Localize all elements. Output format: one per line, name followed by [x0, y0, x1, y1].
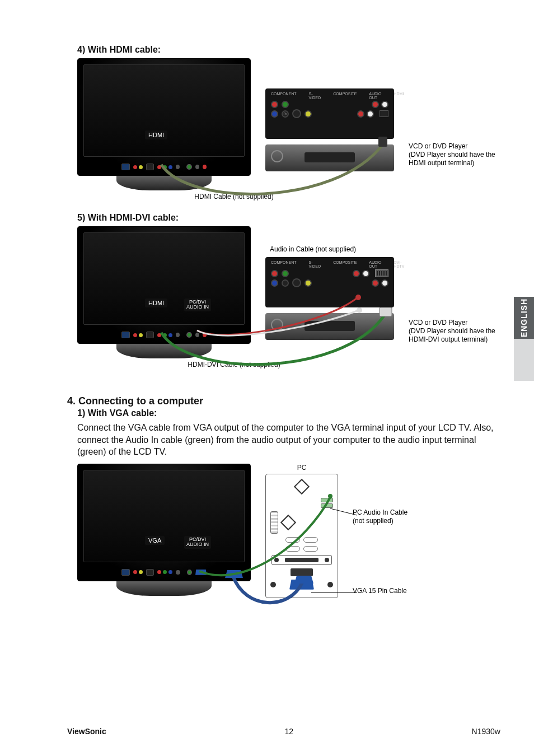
tv-port-hdmi: HDMI: [145, 130, 167, 139]
pc-illustration: PC: [265, 464, 338, 598]
rear-label: DVI-HDTV: [394, 260, 404, 268]
rear-label: AUDIO OUT: [369, 260, 381, 268]
pc-audio-note: PC Audio In Cable (not supplied): [353, 508, 448, 525]
player-illustration: Audio in Cable (not supplied) COMPONENT …: [265, 226, 394, 340]
footer-page: 12: [284, 727, 293, 736]
vga-cable-note: VGA 15 Pin Cable: [353, 587, 448, 595]
rear-label: AUDIO OUT: [369, 92, 381, 100]
hdmi-caption: HDMI Cable (not supplied): [77, 193, 391, 200]
section-hdmi-dvi-title: 5) With HDMI-DVI cable:: [77, 213, 500, 223]
footer-brand: ViewSonic: [67, 727, 106, 736]
language-tab: ENGLISH: [514, 297, 534, 381]
rear-label: COMPOSITE: [333, 92, 357, 100]
tv-illustration: HDMI: [77, 58, 251, 190]
tv-port-audio: PC/DVI AUDIO IN: [184, 298, 211, 311]
hdmi-dvi-caption: HDMI-DVI Cable (not supplied): [77, 361, 391, 368]
tv-illustration: HDMI PC/DVI AUDIO IN: [77, 226, 251, 358]
rear-label: S-VIDEO: [309, 92, 321, 100]
section-vga-title: 1) With VGA cable:: [77, 408, 500, 418]
rear-label: COMPONENT: [271, 92, 297, 100]
tv-port-vga: VGA: [145, 536, 165, 545]
hdmi-dvi-note: VCD or DVD Player (DVD Player should hav…: [409, 319, 500, 344]
tv-port-hdmi: HDMI: [145, 298, 167, 307]
rear-label: HDMI: [394, 92, 404, 100]
footer-model: N1930w: [472, 727, 500, 736]
heading-connecting-computer: 4. Connecting to a computer: [67, 395, 500, 407]
pc-label: PC: [265, 464, 338, 472]
section-hdmi-title: 4) With HDMI cable:: [77, 45, 500, 55]
page-footer: ViewSonic 12 N1930w: [67, 727, 500, 736]
tv-port-audio: PC/DVI AUDIO IN: [184, 536, 211, 549]
rear-label: S-VIDEO: [309, 260, 321, 268]
rear-label: COMPONENT: [271, 260, 297, 268]
hdmi-note: VCD or DVD Player (DVD Player should hav…: [409, 142, 500, 167]
rear-label: COMPOSITE: [333, 260, 357, 268]
vga-body-text: Connect the VGA cable from VGA output of…: [77, 422, 495, 458]
tv-illustration: VGA PC/DVI AUDIO IN: [77, 464, 251, 596]
player-illustration: COMPONENT S-VIDEO COMPOSITE AUDIO OUT HD…: [265, 58, 394, 171]
language-tab-label: ENGLISH: [519, 298, 528, 337]
audio-in-caption: Audio in Cable (not supplied): [265, 245, 394, 254]
